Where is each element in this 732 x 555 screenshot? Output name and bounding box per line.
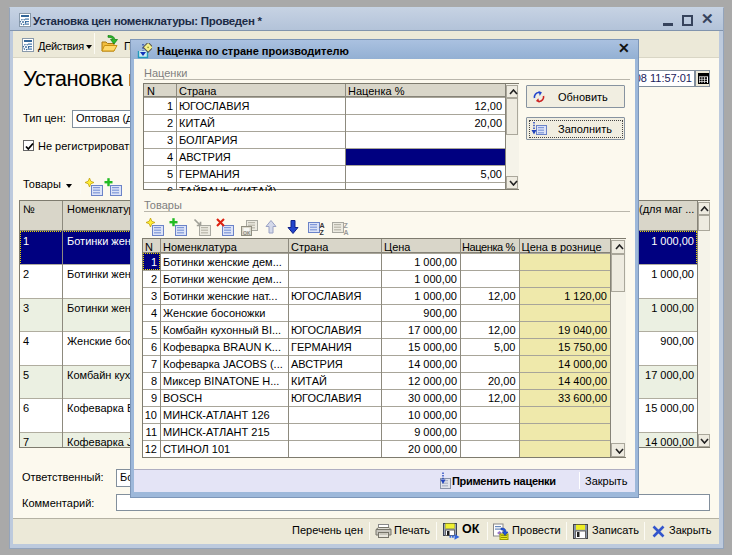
svg-text:A: A bbox=[343, 229, 348, 236]
svg-text:A: A bbox=[320, 221, 325, 228]
svg-text:OK: OK bbox=[243, 230, 251, 236]
svg-text:Z: Z bbox=[343, 221, 348, 228]
svg-text:Z: Z bbox=[320, 229, 325, 236]
